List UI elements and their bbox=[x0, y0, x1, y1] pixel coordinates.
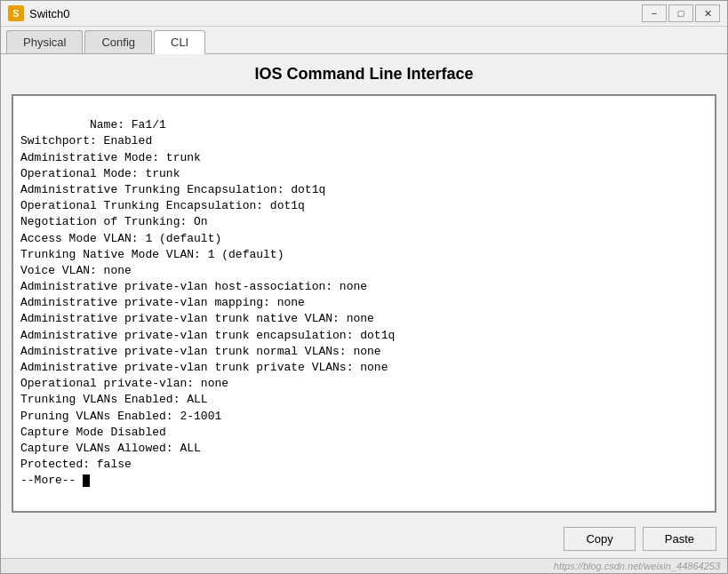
paste-button[interactable]: Paste bbox=[643, 527, 716, 551]
tabs-bar: Physical Config CLI bbox=[1, 27, 727, 54]
copy-button[interactable]: Copy bbox=[564, 527, 635, 551]
watermark-text: https://blog.csdn.net/weixin_44864253 bbox=[554, 561, 720, 571]
title-bar: S Switch0 − □ ✕ bbox=[1, 1, 727, 27]
close-button[interactable]: ✕ bbox=[695, 4, 720, 22]
terminal-container: Name: Fa1/1 Switchport: Enabled Administ… bbox=[12, 94, 716, 513]
window-title: Switch0 bbox=[29, 7, 642, 20]
window-controls: − □ ✕ bbox=[642, 4, 720, 22]
app-icon: S bbox=[8, 5, 24, 21]
terminal-output: Name: Fa1/1 Switchport: Enabled Administ… bbox=[13, 96, 715, 511]
maximize-button[interactable]: □ bbox=[668, 4, 693, 22]
section-title: IOS Command Line Interface bbox=[12, 61, 716, 87]
terminal-scroll[interactable]: Name: Fa1/1 Switchport: Enabled Administ… bbox=[13, 96, 715, 511]
icon-label: S bbox=[12, 8, 19, 19]
main-window: S Switch0 − □ ✕ Physical Config CLI IOS … bbox=[0, 0, 728, 574]
minimize-button[interactable]: − bbox=[642, 4, 667, 22]
tab-cli[interactable]: CLI bbox=[154, 30, 205, 54]
main-content: IOS Command Line Interface Name: Fa1/1 S… bbox=[1, 54, 727, 520]
tab-config[interactable]: Config bbox=[84, 30, 152, 53]
cursor bbox=[83, 474, 90, 487]
status-bar: https://blog.csdn.net/weixin_44864253 bbox=[1, 558, 727, 573]
bottom-bar: Copy Paste bbox=[1, 520, 727, 558]
tab-physical[interactable]: Physical bbox=[6, 30, 83, 53]
